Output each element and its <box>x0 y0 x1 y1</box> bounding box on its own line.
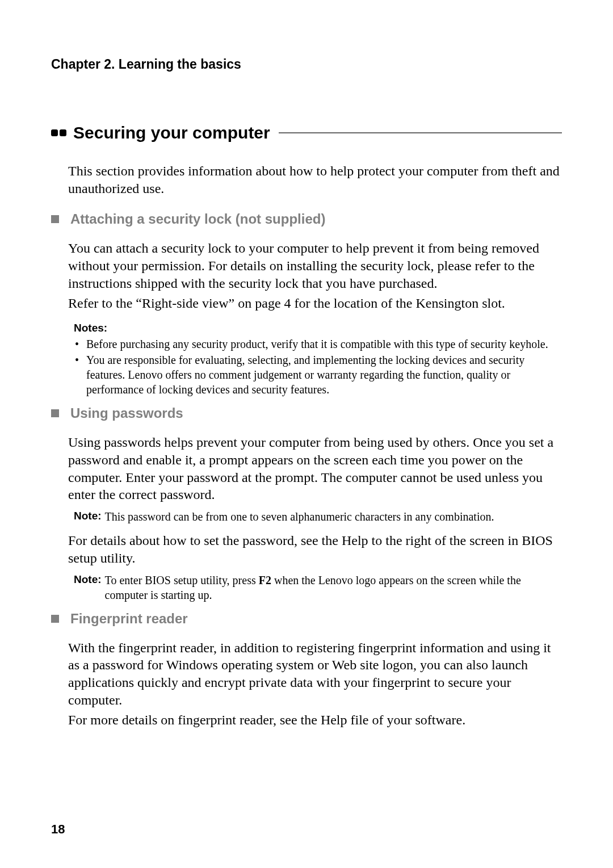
square-bullet-icon <box>51 615 59 623</box>
note-text: To enter BIOS setup utility, press F2 wh… <box>105 573 562 602</box>
subheading-row: Fingerprint reader <box>51 611 562 627</box>
subheading: Using passwords <box>70 405 183 421</box>
note-text-part: To enter BIOS setup utility, press <box>105 574 259 586</box>
note-text: You are responsible for evaluating, sele… <box>86 353 562 397</box>
body-paragraph: For details about how to set the passwor… <box>68 532 562 567</box>
bullet-dot-icon: • <box>74 353 86 397</box>
keycap: F2 <box>259 574 271 586</box>
main-heading-row: Securing your computer <box>51 123 562 142</box>
square-bullet-icon <box>51 215 59 223</box>
main-heading: Securing your computer <box>73 123 270 142</box>
subheading: Attaching a security lock (not supplied) <box>70 211 325 227</box>
body-paragraph: For more details on fingerprint reader, … <box>68 711 562 729</box>
body-paragraph: You can attach a security lock to your c… <box>68 240 562 292</box>
body-paragraph: With the fingerprint reader, in addition… <box>68 639 562 709</box>
heading-rule <box>279 132 562 133</box>
page-number: 18 <box>51 822 65 837</box>
square-bullet-icon <box>51 409 59 417</box>
bullet-icon <box>60 129 66 136</box>
note-text: Before purchasing any security product, … <box>86 337 562 351</box>
intro-paragraph: This section provides information about … <box>68 162 562 197</box>
note-item: • Before purchasing any security product… <box>74 337 562 351</box>
note-item: • You are responsible for evaluating, se… <box>74 353 562 397</box>
chapter-header: Chapter 2. Learning the basics <box>51 57 562 72</box>
subheading: Fingerprint reader <box>70 611 188 627</box>
bullet-icon <box>51 129 58 136</box>
note-text: This password can be from one to seven a… <box>105 509 562 524</box>
subheading-row: Using passwords <box>51 405 562 421</box>
note-label: Note: <box>74 573 102 602</box>
bullet-dot-icon: • <box>74 337 86 351</box>
notes-label: Notes: <box>74 322 562 334</box>
subheading-row: Attaching a security lock (not supplied) <box>51 211 562 227</box>
inline-note: Note: To enter BIOS setup utility, press… <box>74 573 562 602</box>
heading-bullets <box>51 129 66 136</box>
notes-block: Notes: • Before purchasing any security … <box>74 322 562 397</box>
note-label: Note: <box>74 509 102 524</box>
body-paragraph: Using passwords helps prevent your compu… <box>68 434 562 504</box>
inline-note: Note: This password can be from one to s… <box>74 509 562 524</box>
body-paragraph: Refer to the “Right-side view” on page 4… <box>68 295 562 312</box>
